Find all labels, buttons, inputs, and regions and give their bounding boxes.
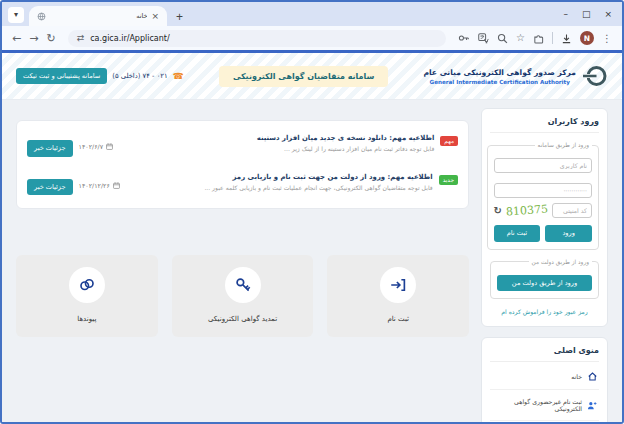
site-header: مرکز صدور گواهی الکترونیکی میانی عام Gen… (2, 53, 622, 100)
announcement-row: مهم اطلاعیه مهم: دانلود نسخه ی جدید میان… (27, 126, 458, 165)
announcement-subtitle: قابل توجه متقاضیان گواهی الکترونیکی، جهت… (126, 184, 433, 191)
register-button[interactable]: ثبت نام (494, 225, 541, 242)
forward-icon[interactable]: → (29, 33, 38, 44)
login-arrow-icon (380, 267, 416, 303)
browser-window: ▾ خانه × + – □ × ← → ↻ ⇄ ca.gica.ir/Appl… (0, 0, 624, 424)
close-tab-icon[interactable]: × (151, 11, 159, 21)
feature-renew-certificate[interactable]: تمدید گواهی الکترونیکی (172, 255, 314, 337)
captcha-image: 810375 (506, 203, 549, 219)
reload-icon[interactable]: ↻ (46, 33, 55, 44)
login-buttons: ورود ثبت نام (494, 225, 592, 242)
phone-icon: ☎ (173, 71, 184, 81)
system-login-group: ورود از طریق سامانه 810375 ↻ ورود ثبت نا… (487, 142, 599, 250)
login-panel: ورود کاربران ورود از طریق سامانه 810375 … (481, 108, 608, 327)
announcement-date: ۱۴۰۲/۶/۷ (79, 143, 114, 150)
announcements-card: مهم اطلاعیه مهم: دانلود نسخه ی جدید میان… (16, 120, 469, 209)
download-icon[interactable] (561, 33, 572, 44)
feature-label: تمدید گواهی الکترونیکی (180, 315, 306, 323)
system-login-legend: ورود از طریق سامانه (535, 142, 592, 148)
zoom-icon[interactable] (497, 33, 508, 44)
address-bar[interactable]: ⇄ ca.gica.ir/Applicant/ (68, 30, 446, 47)
translate-icon[interactable] (478, 33, 489, 44)
bookmark-star-icon[interactable]: ☆ (516, 33, 525, 43)
links-chain-icon (69, 267, 105, 303)
key-icon (225, 267, 261, 303)
calendar-icon (113, 182, 120, 189)
announcement-text: اطلاعیه مهم: دانلود نسخه ی جدید میان افز… (119, 134, 434, 152)
password-manager-icon[interactable] (458, 33, 470, 43)
url-text: ca.gica.ir/Applicant/ (90, 34, 169, 43)
news-details-button[interactable]: جزئیات خبر (27, 179, 73, 196)
person-plus-icon (587, 401, 597, 410)
gov-login-group: ورود از طریق دولت من ورود از طریق دولت م… (490, 259, 599, 300)
announcement-row: جدید اطلاعیه مهم: ورود از دولت من جهت ثب… (27, 165, 458, 204)
feature-label: پیوندها (24, 315, 150, 323)
captcha-row: 810375 ↻ (494, 203, 592, 218)
sidebar: ورود کاربران ورود از طریق سامانه 810375 … (481, 108, 608, 422)
main-column: مهم اطلاعیه مهم: دانلود نسخه ی جدید میان… (16, 108, 469, 422)
gov-login-legend: ورود از طریق دولت من (529, 259, 592, 265)
captcha-refresh-icon[interactable]: ↻ (494, 205, 502, 216)
announcement-date: ۱۴۰۲/۱۲/۲۶ (79, 182, 120, 189)
captcha-input[interactable] (552, 203, 592, 218)
profile-avatar[interactable]: N (580, 31, 594, 45)
web-page: مرکز صدور گواهی الکترونیکی میانی عام Gen… (2, 53, 622, 422)
menu-item-label: خانه (571, 373, 582, 380)
menu-item-guide[interactable]: i راهنما (490, 420, 599, 422)
page-content: ورود کاربران ورود از طریق سامانه 810375 … (2, 100, 622, 422)
username-input[interactable] (494, 158, 592, 173)
gov-login-button[interactable]: ورود از طریق دولت من (497, 275, 592, 292)
home-icon (587, 372, 597, 381)
main-menu-panel: منوی اصلی خانه (481, 337, 608, 422)
new-tab-button[interactable]: + (172, 10, 187, 24)
toolbar-divider (552, 32, 553, 44)
close-window-icon[interactable]: × (604, 9, 612, 19)
feature-links[interactable]: پیوندها (16, 255, 158, 337)
browser-tab[interactable]: خانه × (29, 6, 167, 26)
browser-menu-icon[interactable]: ⋮ (602, 33, 612, 44)
login-panel-title: ورود کاربران (490, 117, 599, 133)
tab-strip: ▾ خانه × + – □ × (2, 2, 622, 26)
menu-item-home[interactable]: خانه (490, 364, 599, 389)
announcement-text: اطلاعیه مهم: ورود از دولت من جهت ثبت نام… (126, 173, 433, 191)
toolbar-icons: ☆ N ⋮ (458, 31, 612, 45)
feature-tiles: ثبت نام تمدید گواهی الکترونیکی (16, 255, 469, 337)
site-brand[interactable]: مرکز صدور گواهی الکترونیکی میانی عام Gen… (423, 63, 608, 89)
minimize-icon[interactable]: – (563, 9, 568, 19)
window-controls: – □ × (563, 2, 616, 26)
announcement-title[interactable]: اطلاعیه مهم: ورود از دولت من جهت ثبت نام… (126, 173, 433, 181)
forgot-password-link[interactable]: رمز عبور خود را فراموش کرده ام (490, 308, 599, 315)
brand-text: مرکز صدور گواهی الکترونیکی میانی عام Gen… (423, 68, 576, 85)
support-phone: ۰۲۱ - ۷۴ (داخلی ۵) (112, 72, 167, 80)
news-details-button[interactable]: جزئیات خبر (27, 140, 73, 157)
browser-toolbar: ← → ↻ ⇄ ca.gica.ir/Applicant/ ☆ (2, 26, 622, 53)
brand-title-fa: مرکز صدور گواهی الکترونیکی میانی عام (423, 68, 576, 77)
back-icon[interactable]: ← (12, 33, 21, 44)
tab-search-chevron-icon[interactable]: ▾ (8, 7, 24, 23)
tab-title: خانه (50, 12, 147, 20)
menu-item-label: ثبت نام غیرحضوری گواهی الکترونیکی (492, 398, 582, 412)
feature-label: ثبت نام (335, 315, 461, 323)
maximize-icon[interactable]: □ (582, 9, 591, 19)
main-menu-title: منوی اصلی (490, 346, 599, 362)
menu-item-remote-registration[interactable]: ثبت نام غیرحضوری گواهی الکترونیکی (490, 389, 599, 420)
login-button[interactable]: ورود (545, 225, 592, 242)
gica-logo-icon (582, 63, 608, 89)
password-input[interactable] (494, 183, 592, 198)
calendar-icon (106, 143, 113, 150)
announcement-subtitle: قابل توجه دفاتر ثبت نام میان افزار دستین… (119, 145, 434, 152)
support-area: ☎ ۰۲۱ - ۷۴ (داخلی ۵) سامانه پشتیبانی و ث… (16, 68, 184, 85)
important-badge: مهم (440, 136, 458, 146)
announcement-title[interactable]: اطلاعیه مهم: دانلود نسخه ی جدید میان افز… (119, 134, 434, 142)
feature-register[interactable]: ثبت نام (327, 255, 469, 337)
brand-title-en: General Intermediate Certification Autho… (423, 79, 576, 85)
system-title-badge: سامانه متقاضیان گواهی الکترونیکی (219, 66, 389, 87)
new-badge: جدید (439, 175, 458, 185)
extensions-icon[interactable] (533, 33, 544, 44)
support-ticket-button[interactable]: سامانه پشتیبانی و ثبت تیکت (16, 68, 107, 85)
globe-icon (37, 12, 46, 21)
site-info-icon[interactable]: ⇄ (77, 33, 85, 43)
